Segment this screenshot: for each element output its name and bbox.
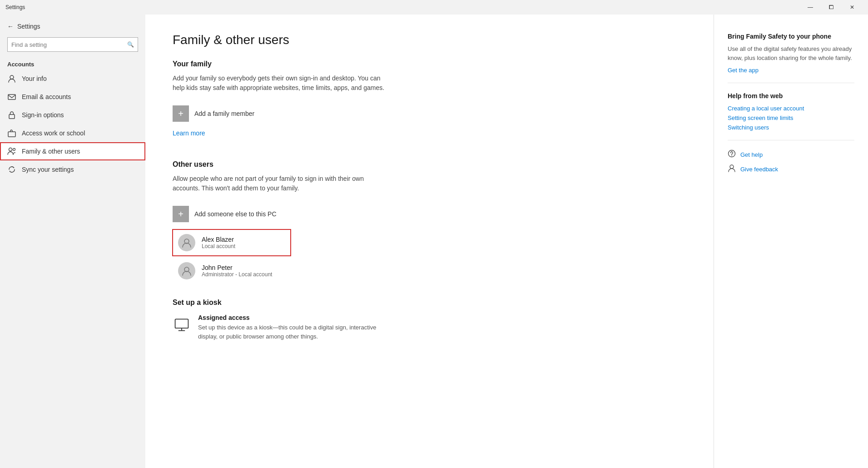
sidebar-item-sign-in-options[interactable]: Sign-in options bbox=[0, 106, 145, 124]
your-family-description: Add your family so everybody gets their … bbox=[173, 74, 386, 93]
title-bar-controls: — ⧠ ✕ bbox=[800, 0, 863, 15]
user-item-alex-blazer[interactable]: Alex Blazer Local account bbox=[173, 229, 291, 256]
person-icon bbox=[7, 74, 16, 83]
back-button[interactable]: ← Settings bbox=[0, 19, 145, 34]
get-help-label: Get help bbox=[740, 151, 763, 158]
user-item-john-peter[interactable]: John Peter Administrator - Local account bbox=[173, 258, 291, 284]
app-container: ← Settings 🔍 Accounts Your info bbox=[0, 15, 868, 468]
give-feedback-label: Give feedback bbox=[740, 166, 778, 173]
title-bar-label: Settings bbox=[5, 4, 25, 10]
right-panel: Bring Family Safety to your phone Use al… bbox=[714, 15, 868, 468]
give-feedback-icon bbox=[728, 164, 736, 174]
sidebar-item-sync-settings[interactable]: Sync your settings bbox=[0, 160, 145, 179]
other-users-section: Other users Allow people who are not par… bbox=[173, 160, 686, 284]
your-family-section: Your family Add your family so everybody… bbox=[173, 60, 686, 151]
kiosk-name: Assigned access bbox=[198, 314, 382, 321]
close-button[interactable]: ✕ bbox=[842, 0, 863, 15]
user-avatar-alex bbox=[178, 234, 195, 251]
user-type-john: Administrator - Local account bbox=[202, 271, 272, 278]
page-title: Family & other users bbox=[173, 33, 686, 47]
svg-point-5 bbox=[13, 149, 15, 151]
user-info-alex: Alex Blazer Local account bbox=[202, 236, 235, 249]
svg-rect-8 bbox=[175, 319, 188, 328]
sidebar-section-label: Accounts bbox=[0, 55, 145, 70]
kiosk-desc: Set up this device as a kiosk—this could… bbox=[198, 323, 382, 341]
get-help-icon bbox=[728, 149, 736, 159]
sidebar-label-email-accounts: Email & accounts bbox=[22, 93, 71, 100]
give-feedback-button[interactable]: Give feedback bbox=[728, 164, 854, 174]
user-name-alex: Alex Blazer bbox=[202, 236, 235, 243]
sidebar-item-email-accounts[interactable]: Email & accounts bbox=[0, 88, 145, 106]
sidebar-label-your-info: Your info bbox=[22, 75, 47, 82]
kiosk-text: Assigned access Set up this device as a … bbox=[198, 314, 382, 341]
your-family-title: Your family bbox=[173, 60, 686, 68]
sidebar-label-sync-settings: Sync your settings bbox=[22, 166, 74, 173]
get-help-button[interactable]: Get help bbox=[728, 149, 854, 159]
svg-rect-3 bbox=[8, 132, 15, 137]
kiosk-section: Set up a kiosk Assigned access Set up th… bbox=[173, 299, 686, 341]
user-avatar-john bbox=[178, 262, 195, 279]
back-icon: ← bbox=[7, 23, 14, 30]
lock-icon bbox=[7, 110, 16, 119]
search-input[interactable] bbox=[11, 41, 127, 48]
search-box[interactable]: 🔍 bbox=[7, 37, 138, 52]
add-family-label: Add a family member bbox=[194, 110, 254, 117]
sidebar-title: Settings bbox=[17, 23, 40, 30]
sidebar: ← Settings 🔍 Accounts Your info bbox=[0, 15, 145, 468]
add-someone-icon: + bbox=[173, 206, 189, 222]
search-icon: 🔍 bbox=[127, 41, 134, 48]
briefcase-icon bbox=[7, 129, 16, 138]
kiosk-assigned-access[interactable]: Assigned access Set up this device as a … bbox=[173, 314, 382, 341]
svg-rect-2 bbox=[9, 115, 15, 119]
sidebar-item-access-work-school[interactable]: Access work or school bbox=[0, 124, 145, 142]
svg-point-0 bbox=[10, 75, 14, 79]
svg-point-14 bbox=[730, 165, 734, 169]
other-users-description: Allow people who are not part of your fa… bbox=[173, 174, 386, 193]
other-users-title: Other users bbox=[173, 160, 686, 169]
email-icon bbox=[7, 92, 16, 101]
help-link-creating-local-user[interactable]: Creating a local user account bbox=[728, 105, 854, 112]
sidebar-item-your-info[interactable]: Your info bbox=[0, 70, 145, 88]
user-type-alex: Local account bbox=[202, 243, 235, 249]
maximize-button[interactable]: ⧠ bbox=[821, 0, 842, 15]
kiosk-title: Set up a kiosk bbox=[173, 299, 686, 307]
help-title: Help from the web bbox=[728, 92, 854, 100]
svg-rect-1 bbox=[8, 95, 15, 100]
promo-title: Bring Family Safety to your phone bbox=[728, 33, 854, 40]
user-info-john: John Peter Administrator - Local account bbox=[202, 264, 272, 278]
sidebar-label-sign-in-options: Sign-in options bbox=[22, 111, 64, 119]
help-from-web-section: Help from the web Creating a local user … bbox=[728, 92, 854, 131]
right-divider-2 bbox=[728, 140, 854, 140]
add-someone-label: Add someone else to this PC bbox=[194, 210, 277, 218]
add-family-member-button[interactable]: + Add a family member bbox=[173, 102, 686, 125]
kiosk-icon bbox=[173, 316, 191, 334]
svg-point-13 bbox=[731, 155, 732, 156]
promo-desc: Use all of the digital safety features y… bbox=[728, 45, 854, 62]
sync-icon bbox=[7, 165, 16, 174]
help-link-screen-time[interactable]: Setting screen time limits bbox=[728, 115, 854, 121]
add-someone-else-button[interactable]: + Add someone else to this PC bbox=[173, 202, 686, 226]
add-family-icon: + bbox=[173, 105, 189, 122]
title-bar: Settings — ⧠ ✕ bbox=[0, 0, 868, 15]
sidebar-label-family-other-users: Family & other users bbox=[22, 148, 80, 155]
minimize-button[interactable]: — bbox=[800, 0, 821, 15]
user-name-john: John Peter bbox=[202, 264, 272, 271]
sidebar-item-family-other-users[interactable]: Family & other users bbox=[0, 142, 145, 160]
help-link-switching-users[interactable]: Switching users bbox=[728, 124, 854, 131]
sidebar-label-access-work-school: Access work or school bbox=[22, 129, 85, 137]
svg-point-4 bbox=[9, 148, 12, 151]
learn-more-link[interactable]: Learn more bbox=[173, 129, 205, 137]
get-app-link[interactable]: Get the app bbox=[728, 67, 854, 74]
right-divider bbox=[728, 83, 854, 83]
main-content: Family & other users Your family Add you… bbox=[145, 15, 714, 468]
people-icon bbox=[7, 147, 16, 156]
